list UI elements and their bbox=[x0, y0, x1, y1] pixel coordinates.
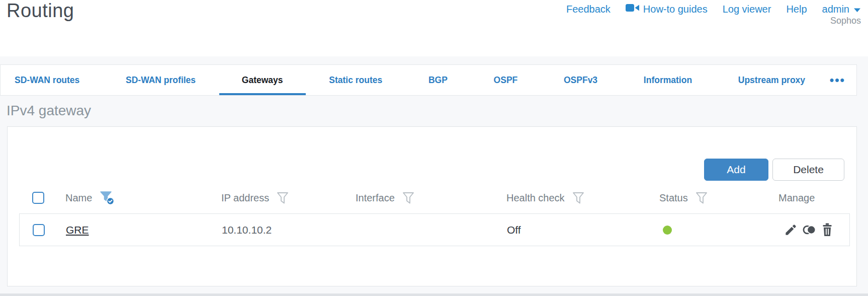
filter-icon[interactable] bbox=[572, 191, 585, 205]
bottom-divider bbox=[0, 293, 868, 296]
caret-down-icon bbox=[853, 4, 861, 15]
column-label-status: Status bbox=[659, 192, 688, 204]
tab-ospf[interactable]: OSPF bbox=[471, 65, 541, 95]
brand-label: Sophos bbox=[830, 16, 861, 26]
log-viewer-link[interactable]: Log viewer bbox=[723, 4, 771, 15]
tab-information[interactable]: Information bbox=[621, 65, 715, 95]
how-to-guides-label: How-to guides bbox=[643, 4, 708, 15]
admin-label: admin bbox=[822, 4, 849, 15]
gateway-health-check-cell: Off bbox=[507, 224, 660, 236]
column-header-ip-address: IP address bbox=[221, 191, 356, 205]
more-tabs-icon[interactable]: ••• bbox=[829, 65, 846, 95]
admin-menu[interactable]: admin bbox=[822, 4, 861, 15]
row-checkbox-cell bbox=[20, 224, 66, 236]
page-title: Routing bbox=[7, 0, 74, 22]
filter-icon[interactable] bbox=[402, 191, 415, 205]
section-title: IPv4 gateway bbox=[7, 103, 91, 119]
help-link[interactable]: Help bbox=[786, 4, 807, 15]
how-to-guides-link[interactable]: How-to guides bbox=[626, 3, 708, 15]
feedback-label: Feedback bbox=[566, 4, 611, 15]
log-viewer-label: Log viewer bbox=[723, 4, 771, 15]
row-checkbox[interactable] bbox=[33, 224, 45, 236]
delete-button[interactable]: Delete bbox=[772, 159, 844, 181]
status-up-dot bbox=[663, 226, 672, 235]
header-checkbox-cell bbox=[19, 192, 65, 204]
tab-sd-wan-routes[interactable]: SD-WAN routes bbox=[1, 65, 102, 95]
tab-upstream-proxy[interactable]: Upstream proxy bbox=[716, 65, 828, 95]
tab-bar: SD-WAN routes SD-WAN profiles Gateways S… bbox=[0, 64, 857, 96]
column-header-manage: Manage bbox=[778, 192, 850, 204]
table-row: GRE 10.10.10.2 Off bbox=[19, 213, 850, 246]
top-nav: Feedback How-to guides Log viewer Help a… bbox=[566, 3, 861, 15]
card-toolbar: Add Delete bbox=[704, 159, 844, 181]
column-label-health-check: Health check bbox=[506, 192, 565, 204]
tab-gateways[interactable]: Gateways bbox=[219, 65, 306, 95]
video-camera-icon bbox=[626, 3, 639, 15]
column-label-name: Name bbox=[65, 192, 92, 204]
filter-icon[interactable] bbox=[695, 191, 708, 205]
clone-icon[interactable] bbox=[802, 223, 816, 237]
page-header: Routing Feedback How-to guides Log viewe… bbox=[0, 0, 868, 56]
help-label: Help bbox=[786, 4, 807, 15]
delete-trash-icon[interactable] bbox=[821, 223, 834, 237]
edit-icon[interactable] bbox=[784, 223, 798, 237]
filter-icon[interactable] bbox=[276, 191, 289, 205]
tab-static-routes[interactable]: Static routes bbox=[306, 65, 405, 95]
feedback-link[interactable]: Feedback bbox=[566, 4, 611, 15]
tab-bgp[interactable]: BGP bbox=[406, 65, 470, 95]
gateway-ip-cell: 10.10.10.2 bbox=[222, 224, 356, 236]
tab-sd-wan-profiles[interactable]: SD-WAN profiles bbox=[103, 65, 218, 95]
table-header-row: Name IP address Interfac bbox=[19, 182, 850, 213]
column-header-name: Name bbox=[65, 190, 221, 205]
gateway-name-link[interactable]: GRE bbox=[66, 224, 89, 236]
filter-active-icon[interactable] bbox=[99, 190, 115, 205]
gateway-status-cell bbox=[660, 226, 779, 235]
column-header-status: Status bbox=[659, 191, 778, 205]
gateway-table: Name IP address Interfac bbox=[19, 182, 850, 246]
gateway-name-cell: GRE bbox=[66, 224, 222, 236]
gateway-manage-cell bbox=[784, 223, 849, 237]
column-label-manage: Manage bbox=[778, 192, 815, 204]
column-header-interface: Interface bbox=[356, 191, 506, 205]
add-button[interactable]: Add bbox=[704, 159, 768, 181]
column-label-interface: Interface bbox=[356, 192, 395, 204]
tab-ospfv3[interactable]: OSPFv3 bbox=[541, 65, 620, 95]
column-label-ip-address: IP address bbox=[221, 192, 269, 204]
column-header-health-check: Health check bbox=[506, 191, 659, 205]
gateway-card: Add Delete Name IP address bbox=[7, 126, 857, 286]
select-all-checkbox[interactable] bbox=[32, 192, 44, 204]
